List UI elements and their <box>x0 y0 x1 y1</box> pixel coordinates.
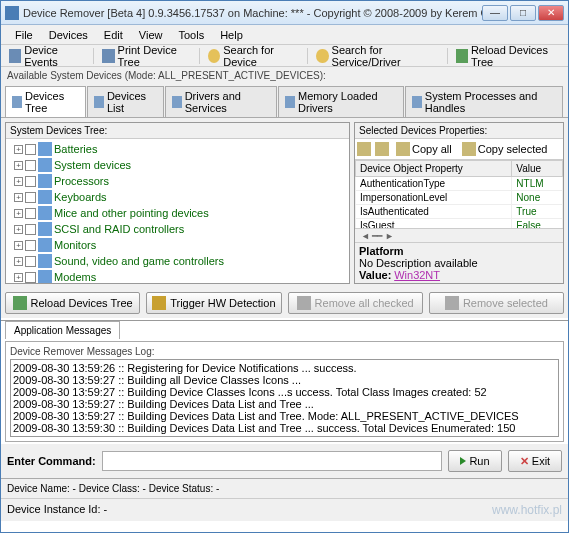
search-service-button[interactable]: Search for Service/Driver <box>312 42 443 70</box>
messages-log[interactable]: 2009-08-30 13:59:26 :: Registering for D… <box>10 359 559 437</box>
remove-icon <box>445 296 459 310</box>
log-line: 2009-08-30 13:59:27 :: Building all Devi… <box>13 374 556 386</box>
property-row[interactable]: IsAuthenticatedTrue <box>356 205 563 219</box>
reload-tree-button[interactable]: Reload Devices Tree <box>452 42 564 70</box>
expander-icon[interactable]: + <box>14 177 23 186</box>
reload-icon <box>456 49 468 63</box>
close-icon: ✕ <box>520 455 529 468</box>
platform-value[interactable]: Win32NT <box>394 269 440 281</box>
tab-processes-handles[interactable]: System Processes and Handles <box>405 86 563 117</box>
remove-checked-button[interactable]: Remove all checked <box>288 292 423 314</box>
status-bar-1: Device Name: - Device Class: - Device St… <box>1 478 568 498</box>
menu-file[interactable]: File <box>7 27 41 42</box>
device-icon <box>38 190 52 204</box>
trigger-hw-button[interactable]: Trigger HW Detection <box>146 292 281 314</box>
tree-item[interactable]: +SCSI and RAID controllers <box>8 221 347 237</box>
play-icon <box>460 457 466 465</box>
expander-icon[interactable]: + <box>14 209 23 218</box>
app-icon <box>5 6 19 20</box>
run-button[interactable]: Run <box>448 450 502 472</box>
checkbox[interactable] <box>25 224 36 235</box>
watermark: www.hotfix.pl <box>492 503 562 517</box>
remove-selected-button[interactable]: Remove selected <box>429 292 564 314</box>
tree-item[interactable]: +Mice and other pointing devices <box>8 205 347 221</box>
messages-log-label: Device Remover Messages Log: <box>10 346 559 357</box>
remove-icon <box>297 296 311 310</box>
maximize-button[interactable]: □ <box>510 5 536 21</box>
checkbox[interactable] <box>25 144 36 155</box>
platform-box: Platform No Description available Value:… <box>355 242 563 283</box>
tree-label: Sound, video and game controllers <box>54 255 224 267</box>
property-row[interactable]: ImpersonationLevelNone <box>356 191 563 205</box>
expander-icon[interactable]: + <box>14 161 23 170</box>
tree-label: SCSI and RAID controllers <box>54 223 184 235</box>
expander-icon[interactable]: + <box>14 241 23 250</box>
devices-tree[interactable]: +Batteries+System devices+Processors+Key… <box>6 139 349 283</box>
expander-icon[interactable]: + <box>14 273 23 282</box>
device-events-button[interactable]: Device Events <box>5 42 89 70</box>
available-devices-label: Available System Devices (Mode: ALL_PRES… <box>1 67 568 84</box>
tree-item[interactable]: +System devices <box>8 157 347 173</box>
expander-icon[interactable]: + <box>14 145 23 154</box>
scroll-hint[interactable]: ◄ ━━ ► <box>355 228 563 242</box>
window-title: Device Remover [Beta 4] 0.9.3456.17537 o… <box>23 7 482 19</box>
search-device-button[interactable]: Search for Device <box>204 42 303 70</box>
tree-icon <box>12 96 22 108</box>
tree-item[interactable]: +Monitors <box>8 237 347 253</box>
expander-icon[interactable]: + <box>14 225 23 234</box>
reload-devices-button[interactable]: Reload Devices Tree <box>5 292 140 314</box>
toolbar: Device Events Print Device Tree Search f… <box>1 45 568 67</box>
device-icon <box>38 142 52 156</box>
checkbox[interactable] <box>25 160 36 171</box>
tree-item[interactable]: +Modems <box>8 269 347 283</box>
properties-grid[interactable]: Device Object PropertyValue Authenticati… <box>355 160 563 228</box>
device-icon <box>38 254 52 268</box>
checkbox[interactable] <box>25 240 36 251</box>
menu-help[interactable]: Help <box>212 27 251 42</box>
checkbox[interactable] <box>25 256 36 267</box>
menu-tools[interactable]: Tools <box>170 27 212 42</box>
separator <box>199 48 200 64</box>
tree-item[interactable]: +Keyboards <box>8 189 347 205</box>
tab-drivers-services[interactable]: Drivers and Services <box>165 86 277 117</box>
property-row[interactable]: AuthenticationTypeNTLM <box>356 177 563 191</box>
tree-item[interactable]: +Processors <box>8 173 347 189</box>
menu-edit[interactable]: Edit <box>96 27 131 42</box>
menu-view[interactable]: View <box>131 27 171 42</box>
tree-label: Monitors <box>54 239 96 251</box>
copy-all-button[interactable]: Copy all <box>393 141 455 157</box>
tab-devices-list[interactable]: Devices List <box>87 86 164 117</box>
process-icon <box>412 96 422 108</box>
tree-item[interactable]: +Batteries <box>8 141 347 157</box>
log-line: 2009-08-30 13:59:30 :: Application Start… <box>13 434 556 437</box>
titlebar: Device Remover [Beta 4] 0.9.3456.17537 o… <box>1 1 568 25</box>
print-icon <box>102 49 114 63</box>
command-input[interactable] <box>102 451 442 471</box>
tab-application-messages[interactable]: Application Messages <box>5 321 120 339</box>
copy-selected-button[interactable]: Copy selected <box>459 141 551 157</box>
menu-devices[interactable]: Devices <box>41 27 96 42</box>
expander-icon[interactable]: + <box>14 193 23 202</box>
log-line: 2009-08-30 13:59:27 :: Building Devices … <box>13 410 556 422</box>
exit-button[interactable]: ✕Exit <box>508 450 562 472</box>
log-line: 2009-08-30 13:59:27 :: Building Device C… <box>13 386 556 398</box>
checkbox[interactable] <box>25 208 36 219</box>
tab-devices-tree[interactable]: Devices Tree <box>5 86 86 117</box>
tab-memory-drivers[interactable]: Memory Loaded Drivers <box>278 86 404 117</box>
events-icon <box>9 49 21 63</box>
tree-header: System Devices Tree: <box>6 123 349 139</box>
checkbox[interactable] <box>25 176 36 187</box>
tree-item[interactable]: +Sound, video and game controllers <box>8 253 347 269</box>
tree-label: Batteries <box>54 143 97 155</box>
status-bar-2: Device Instance Id: - www.hotfix.pl <box>1 498 568 521</box>
expander-icon[interactable]: + <box>14 257 23 266</box>
checkbox[interactable] <box>25 192 36 203</box>
close-button[interactable]: ✕ <box>538 5 564 21</box>
messages-section: Application Messages Device Remover Mess… <box>1 320 568 442</box>
property-row[interactable]: IsGuestFalse <box>356 219 563 229</box>
tree-label: Modems <box>54 271 96 283</box>
minimize-button[interactable]: — <box>482 5 508 21</box>
checkbox[interactable] <box>25 272 36 283</box>
print-tree-button[interactable]: Print Device Tree <box>98 42 195 70</box>
props-icon <box>357 142 371 156</box>
